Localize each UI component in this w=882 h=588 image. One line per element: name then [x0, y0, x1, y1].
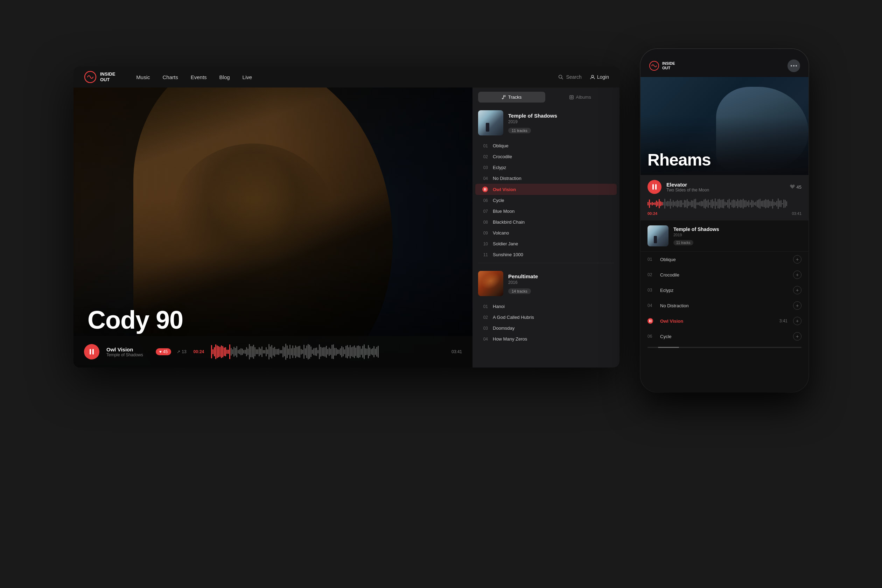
mobile-wave-bar — [746, 200, 747, 207]
wave-bar — [286, 345, 288, 358]
mobile-wave-bar — [720, 200, 722, 207]
logo[interactable]: INSIDE OUT — [84, 71, 115, 83]
tab-albums[interactable]: Albums — [547, 92, 614, 102]
login-button[interactable]: Login — [590, 74, 609, 80]
album-tracks-badge-2: 14 tracks — [508, 288, 531, 294]
mobile-wave-bar — [713, 201, 714, 206]
pause-button[interactable] — [84, 344, 99, 360]
track-title: Soldier Jane — [493, 241, 611, 246]
mobile-wave-bar — [663, 202, 664, 206]
mobile-wave-bar — [678, 201, 680, 207]
track-num: 11 — [481, 252, 488, 257]
mobile-track-02[interactable]: 02 Crocodile + — [640, 267, 808, 282]
panel-scroll[interactable]: Temple of Shadows 2019 11 tracks 01 Obli… — [472, 102, 620, 368]
tab-tracks[interactable]: Tracks — [478, 92, 545, 102]
nav-bar: INSIDE OUT Music Charts Events Blog Live… — [74, 66, 620, 87]
mobile-album-section[interactable]: Temple of Shadows 2019 11 tracks 01 Obli… — [640, 220, 808, 392]
time-total: 03:41 — [452, 349, 462, 354]
wave-bar — [343, 347, 344, 356]
wave-bar — [239, 349, 240, 354]
track-item-2-01[interactable]: 01 Hanoi — [475, 301, 617, 312]
wave-bar — [368, 345, 369, 358]
mobile-track-num: 02 — [648, 272, 654, 277]
mobile-wave-bar — [723, 199, 724, 208]
mobile-wave-bar — [659, 199, 660, 208]
mobile-wave-bar — [750, 202, 751, 205]
wave-bar — [313, 348, 314, 356]
mobile-track-05[interactable]: Owl Vision 3:41 + — [640, 313, 808, 328]
track-item-02[interactable]: 02 Crocodile — [475, 151, 617, 162]
track-name: Owl Vision — [106, 346, 143, 352]
wave-bar — [244, 350, 246, 354]
track-item-11[interactable]: 11 Sunshine 1000 — [475, 249, 617, 260]
wave-bar — [288, 349, 289, 355]
track-item-10[interactable]: 10 Soldier Jane — [475, 238, 617, 249]
track-item-01[interactable]: 01 Oblique — [475, 140, 617, 151]
nav-blog[interactable]: Blog — [219, 74, 230, 80]
mobile-pause-button[interactable] — [648, 180, 662, 194]
track-item-2-02[interactable]: 02 A God Called Hubris — [475, 312, 617, 323]
mobile-album-title: Temple of Shadows — [674, 226, 801, 232]
mobile-add-button-1[interactable]: + — [793, 255, 801, 264]
wave-bar — [221, 345, 222, 358]
mobile-track-04[interactable]: 04 No Distraction + — [640, 298, 808, 313]
nav-music[interactable]: Music — [136, 74, 150, 80]
menu-button[interactable] — [788, 60, 800, 72]
mobile-wave-bar — [711, 200, 711, 207]
hero-artist: Cody 90 — [87, 307, 183, 333]
nav-events[interactable]: Events — [191, 74, 207, 80]
track-item-05[interactable]: Owl Vision — [475, 184, 617, 195]
mobile-wave-bar — [758, 200, 759, 208]
wave-bar — [345, 346, 346, 358]
track-item-2-04[interactable]: 04 How Many Zeros — [475, 333, 617, 344]
mobile-add-button-2[interactable]: + — [793, 270, 801, 279]
nav-live[interactable]: Live — [243, 74, 252, 80]
mobile-wave-bar — [648, 202, 648, 205]
mobile-logo[interactable]: INSIDEOUT — [649, 60, 675, 71]
mobile-logo-text: INSIDEOUT — [662, 61, 675, 70]
wave-bar — [252, 346, 253, 357]
mobile-track-03[interactable]: 03 Eclypz + — [640, 282, 808, 298]
mobile-wave-bar — [670, 199, 671, 208]
share-button[interactable]: ↗ 13 — [177, 349, 186, 354]
nav-charts[interactable]: Charts — [163, 74, 178, 80]
mobile-heart[interactable]: 45 — [790, 184, 801, 190]
track-info: Owl Vision Temple of Shadows — [106, 346, 143, 357]
track-num: 06 — [481, 198, 488, 203]
track-item-03[interactable]: 03 Eclypz — [475, 162, 617, 173]
svg-rect-7 — [503, 96, 504, 98]
wave-bar — [253, 345, 254, 359]
heart-button[interactable]: ♥ 45 — [156, 348, 171, 355]
mobile-add-button-3[interactable]: + — [793, 286, 801, 294]
mobile-wave-bar — [685, 200, 686, 207]
wave-bar — [281, 350, 282, 354]
track-item-07[interactable]: 07 Blue Moon — [475, 206, 617, 217]
mobile-add-button-6[interactable]: + — [793, 332, 801, 340]
menu-dot-1 — [790, 65, 792, 66]
mobile-wave-bar — [695, 199, 696, 208]
tab-albums-label: Albums — [576, 94, 591, 100]
wave-bar — [249, 344, 250, 360]
track-item-08[interactable]: 08 Blackbird Chain — [475, 217, 617, 228]
mobile-add-button-4[interactable]: + — [793, 302, 801, 310]
waveform[interactable] — [211, 343, 444, 360]
mobile-add-button-5[interactable]: + — [793, 317, 801, 325]
mobile-np-info: Elevator Two Sides of the Moon — [666, 182, 785, 192]
track-item-09[interactable]: 09 Volcano — [475, 228, 617, 238]
mobile-waveform[interactable] — [648, 197, 801, 210]
mobile-wave-bar — [687, 199, 688, 208]
mobile-track-06[interactable]: 06 Cycle + — [640, 328, 808, 344]
wave-bar — [370, 349, 372, 354]
mobile-track-title: Oblique — [660, 257, 788, 262]
mobile-wave-bar — [736, 201, 737, 206]
wave-bar — [360, 346, 360, 357]
mobile-track-01[interactable]: 01 Oblique + — [640, 252, 808, 267]
plus-icon: + — [796, 257, 799, 262]
search-box[interactable]: Search — [558, 74, 581, 80]
wave-bar — [351, 347, 352, 356]
track-item-2-03[interactable]: 03 Doomsday — [475, 323, 617, 333]
track-num: 01 — [481, 144, 488, 148]
track-item-06[interactable]: 06 Cycle — [475, 195, 617, 206]
wave-bar — [364, 344, 365, 359]
track-item-04[interactable]: 04 No Distraction — [475, 173, 617, 184]
